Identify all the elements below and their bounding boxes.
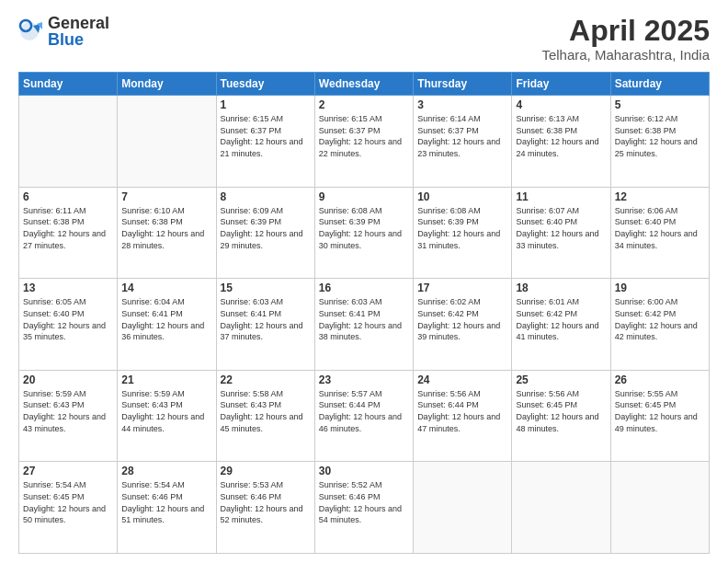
month-title: April 2025 — [541, 15, 710, 47]
day-number: 10 — [417, 190, 507, 203]
day-info: Sunrise: 6:06 AM Sunset: 6:40 PM Dayligh… — [615, 205, 705, 251]
table-row — [19, 96, 118, 188]
day-number: 7 — [121, 190, 211, 203]
day-info: Sunrise: 6:15 AM Sunset: 6:37 PM Dayligh… — [319, 113, 409, 159]
table-row: 25Sunrise: 5:56 AM Sunset: 6:45 PM Dayli… — [512, 370, 610, 462]
table-row: 12Sunrise: 6:06 AM Sunset: 6:40 PM Dayli… — [610, 187, 709, 279]
table-row: 24Sunrise: 5:56 AM Sunset: 6:44 PM Dayli… — [414, 370, 512, 462]
day-info: Sunrise: 6:03 AM Sunset: 6:41 PM Dayligh… — [221, 296, 311, 342]
day-number: 18 — [516, 282, 606, 294]
table-row: 16Sunrise: 6:03 AM Sunset: 6:41 PM Dayli… — [314, 279, 413, 371]
table-row: 22Sunrise: 5:58 AM Sunset: 6:43 PM Dayli… — [216, 370, 314, 462]
day-number: 12 — [615, 190, 705, 203]
day-info: Sunrise: 6:07 AM Sunset: 6:40 PM Dayligh… — [516, 205, 606, 251]
table-row — [414, 462, 512, 554]
day-number: 25 — [516, 373, 606, 386]
day-info: Sunrise: 6:08 AM Sunset: 6:39 PM Dayligh… — [319, 205, 409, 251]
table-row — [512, 462, 610, 554]
logo-text: General Blue — [48, 15, 109, 48]
col-sunday: Sunday — [19, 73, 118, 96]
table-row: 17Sunrise: 6:02 AM Sunset: 6:42 PM Dayli… — [414, 279, 512, 371]
day-number: 6 — [23, 190, 113, 203]
day-info: Sunrise: 6:14 AM Sunset: 6:37 PM Dayligh… — [417, 113, 507, 159]
calendar-header-row: Sunday Monday Tuesday Wednesday Thursday… — [19, 73, 710, 96]
day-info: Sunrise: 5:56 AM Sunset: 6:45 PM Dayligh… — [516, 388, 606, 434]
day-number: 22 — [221, 373, 311, 386]
day-number: 9 — [319, 190, 409, 203]
day-info: Sunrise: 6:03 AM Sunset: 6:41 PM Dayligh… — [319, 296, 409, 342]
table-row: 13Sunrise: 6:05 AM Sunset: 6:40 PM Dayli… — [19, 279, 118, 371]
day-info: Sunrise: 6:15 AM Sunset: 6:37 PM Dayligh… — [221, 113, 311, 159]
table-row: 18Sunrise: 6:01 AM Sunset: 6:42 PM Dayli… — [512, 279, 610, 371]
day-info: Sunrise: 5:54 AM Sunset: 6:46 PM Dayligh… — [121, 479, 211, 525]
day-info: Sunrise: 6:10 AM Sunset: 6:38 PM Dayligh… — [121, 205, 211, 251]
col-wednesday: Wednesday — [314, 73, 413, 96]
table-row: 11Sunrise: 6:07 AM Sunset: 6:40 PM Dayli… — [512, 187, 610, 279]
day-number: 26 — [615, 373, 705, 386]
table-row: 27Sunrise: 5:54 AM Sunset: 6:45 PM Dayli… — [19, 462, 118, 554]
logo-icon — [18, 18, 44, 44]
logo-blue: Blue — [48, 31, 109, 48]
col-monday: Monday — [118, 73, 216, 96]
calendar-week-row: 27Sunrise: 5:54 AM Sunset: 6:45 PM Dayli… — [19, 462, 710, 554]
day-info: Sunrise: 6:01 AM Sunset: 6:42 PM Dayligh… — [516, 296, 606, 342]
table-row: 3Sunrise: 6:14 AM Sunset: 6:37 PM Daylig… — [414, 96, 512, 188]
col-saturday: Saturday — [610, 73, 709, 96]
day-number: 21 — [121, 373, 211, 386]
day-info: Sunrise: 5:53 AM Sunset: 6:46 PM Dayligh… — [221, 479, 311, 525]
table-row: 7Sunrise: 6:10 AM Sunset: 6:38 PM Daylig… — [118, 187, 216, 279]
table-row: 14Sunrise: 6:04 AM Sunset: 6:41 PM Dayli… — [118, 279, 216, 371]
day-info: Sunrise: 6:11 AM Sunset: 6:38 PM Dayligh… — [23, 205, 113, 251]
calendar-week-row: 13Sunrise: 6:05 AM Sunset: 6:40 PM Dayli… — [19, 279, 710, 371]
table-row — [610, 462, 709, 554]
day-info: Sunrise: 6:13 AM Sunset: 6:38 PM Dayligh… — [516, 113, 606, 159]
table-row: 15Sunrise: 6:03 AM Sunset: 6:41 PM Dayli… — [216, 279, 314, 371]
calendar-table: Sunday Monday Tuesday Wednesday Thursday… — [18, 72, 710, 554]
table-row: 2Sunrise: 6:15 AM Sunset: 6:37 PM Daylig… — [314, 96, 413, 188]
day-number: 14 — [121, 282, 211, 294]
title-block: April 2025 Telhara, Maharashtra, India — [541, 15, 710, 63]
table-row: 10Sunrise: 6:08 AM Sunset: 6:39 PM Dayli… — [414, 187, 512, 279]
table-row: 29Sunrise: 5:53 AM Sunset: 6:46 PM Dayli… — [216, 462, 314, 554]
table-row: 19Sunrise: 6:00 AM Sunset: 6:42 PM Dayli… — [610, 279, 709, 371]
day-number: 23 — [319, 373, 409, 386]
day-info: Sunrise: 5:56 AM Sunset: 6:44 PM Dayligh… — [417, 388, 507, 434]
day-info: Sunrise: 6:00 AM Sunset: 6:42 PM Dayligh… — [615, 296, 705, 342]
day-info: Sunrise: 5:57 AM Sunset: 6:44 PM Dayligh… — [319, 388, 409, 434]
day-info: Sunrise: 5:59 AM Sunset: 6:43 PM Dayligh… — [23, 388, 113, 434]
day-number: 16 — [319, 282, 409, 294]
day-info: Sunrise: 6:09 AM Sunset: 6:39 PM Dayligh… — [221, 205, 311, 251]
table-row: 1Sunrise: 6:15 AM Sunset: 6:37 PM Daylig… — [216, 96, 314, 188]
table-row: 30Sunrise: 5:52 AM Sunset: 6:46 PM Dayli… — [314, 462, 413, 554]
day-info: Sunrise: 6:05 AM Sunset: 6:40 PM Dayligh… — [23, 296, 113, 342]
col-thursday: Thursday — [414, 73, 512, 96]
day-number: 17 — [417, 282, 507, 294]
table-row: 20Sunrise: 5:59 AM Sunset: 6:43 PM Dayli… — [19, 370, 118, 462]
day-info: Sunrise: 6:12 AM Sunset: 6:38 PM Dayligh… — [615, 113, 705, 159]
day-number: 19 — [615, 282, 705, 294]
day-number: 20 — [23, 373, 113, 386]
table-row: 21Sunrise: 5:59 AM Sunset: 6:43 PM Dayli… — [118, 370, 216, 462]
table-row: 4Sunrise: 6:13 AM Sunset: 6:38 PM Daylig… — [512, 96, 610, 188]
day-info: Sunrise: 5:59 AM Sunset: 6:43 PM Dayligh… — [121, 388, 211, 434]
day-info: Sunrise: 6:04 AM Sunset: 6:41 PM Dayligh… — [121, 296, 211, 342]
calendar-week-row: 6Sunrise: 6:11 AM Sunset: 6:38 PM Daylig… — [19, 187, 710, 279]
page: General Blue April 2025 Telhara, Maharas… — [0, 0, 728, 563]
col-friday: Friday — [512, 73, 610, 96]
calendar-week-row: 1Sunrise: 6:15 AM Sunset: 6:37 PM Daylig… — [19, 96, 710, 188]
day-info: Sunrise: 6:08 AM Sunset: 6:39 PM Dayligh… — [417, 205, 507, 251]
table-row: 8Sunrise: 6:09 AM Sunset: 6:39 PM Daylig… — [216, 187, 314, 279]
day-info: Sunrise: 5:54 AM Sunset: 6:45 PM Dayligh… — [23, 479, 113, 525]
header: General Blue April 2025 Telhara, Maharas… — [18, 15, 710, 63]
day-number: 28 — [121, 465, 211, 477]
day-number: 8 — [221, 190, 311, 203]
table-row: 9Sunrise: 6:08 AM Sunset: 6:39 PM Daylig… — [314, 187, 413, 279]
table-row: 28Sunrise: 5:54 AM Sunset: 6:46 PM Dayli… — [118, 462, 216, 554]
day-info: Sunrise: 6:02 AM Sunset: 6:42 PM Dayligh… — [417, 296, 507, 342]
table-row: 5Sunrise: 6:12 AM Sunset: 6:38 PM Daylig… — [610, 96, 709, 188]
day-number: 11 — [516, 190, 606, 203]
day-info: Sunrise: 5:58 AM Sunset: 6:43 PM Dayligh… — [221, 388, 311, 434]
location: Telhara, Maharashtra, India — [541, 47, 710, 63]
day-number: 4 — [516, 98, 606, 111]
day-number: 24 — [417, 373, 507, 386]
